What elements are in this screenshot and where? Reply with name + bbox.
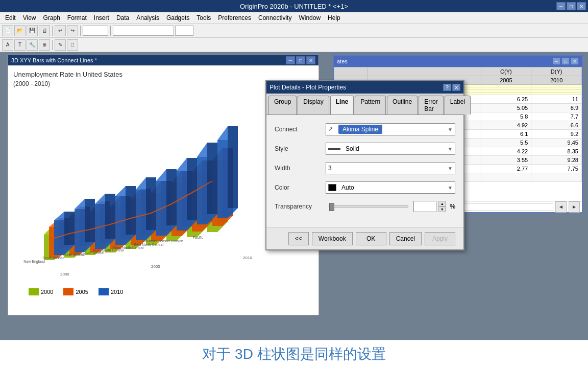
- transparency-row: Transparency 0 ▲ ▼ %: [275, 201, 455, 212]
- sep4: [52, 40, 53, 50]
- cell-dy: 9.45: [531, 139, 582, 147]
- dialog-close-btn[interactable]: ✕: [452, 84, 460, 91]
- graph-close[interactable]: ✕: [306, 56, 315, 64]
- sheet-nav-right[interactable]: ►: [569, 201, 580, 213]
- menu-data[interactable]: Data: [113, 13, 132, 22]
- width-value: 3: [328, 165, 332, 172]
- minimize-button[interactable]: ─: [556, 2, 566, 10]
- cell-dy: 9.2: [531, 130, 582, 139]
- sheet-close[interactable]: ✕: [571, 58, 579, 65]
- svg-marker-98: [187, 158, 197, 220]
- menu-view[interactable]: View: [20, 13, 39, 22]
- ok-button[interactable]: OK: [356, 232, 386, 245]
- tab-errorbar[interactable]: Error Bar: [419, 96, 444, 114]
- spinner-up-btn[interactable]: ▲: [438, 201, 446, 206]
- toolbar-2: A T 🔧 ⊕ ✎ □: [0, 38, 588, 52]
- back-button[interactable]: <<: [288, 232, 309, 245]
- redo-btn[interactable]: ↪: [67, 25, 78, 36]
- spinner-controls: ▲ ▼: [438, 201, 446, 212]
- maximize-button[interactable]: □: [567, 2, 576, 10]
- tool2[interactable]: T: [14, 39, 26, 51]
- width-select[interactable]: 3 ▼: [326, 162, 455, 174]
- svg-marker-102: [207, 143, 217, 214]
- menu-tools[interactable]: Tools: [193, 13, 214, 22]
- menu-analysis[interactable]: Analysis: [133, 13, 162, 22]
- svg-text:South Atlantic: South Atlantic: [42, 256, 64, 260]
- cell-cy: 5.5: [481, 139, 531, 147]
- new-btn[interactable]: 📄: [2, 25, 13, 36]
- legend-2005: 2005: [63, 288, 88, 295]
- tab-line[interactable]: Line: [330, 96, 354, 114]
- menu-connectivity[interactable]: Connectivity: [255, 13, 295, 22]
- legend-color-2010: [99, 288, 109, 295]
- undo-btn[interactable]: ↩: [55, 25, 66, 36]
- spinner-down-btn[interactable]: ▼: [438, 206, 446, 212]
- dialog-help-btn[interactable]: ?: [443, 84, 451, 91]
- svg-text:2005: 2005: [151, 264, 160, 269]
- dialog-tab-bar: Group Display Line Pattern Outline Error…: [266, 94, 463, 115]
- svg-marker-106: [228, 126, 238, 208]
- menu-edit[interactable]: Edit: [2, 13, 19, 22]
- col-dy: D(Y): [531, 67, 582, 76]
- workbook-button[interactable]: Workbook: [312, 232, 353, 245]
- dialog-title-controls: ? ✕: [443, 84, 460, 91]
- legend-color-2005: [63, 288, 74, 295]
- zoom-input[interactable]: 100%: [83, 26, 108, 36]
- connect-select-content: ↗ Akima Spline: [328, 125, 382, 134]
- menu-format[interactable]: Format: [64, 13, 90, 22]
- graph-maximize[interactable]: □: [296, 56, 305, 64]
- cell-dy: 8.9: [531, 104, 582, 112]
- toolbar-1: 📄 📂 💾 🖨 ↩ ↪ 100% Default: Arial 0: [0, 24, 588, 38]
- cancel-button[interactable]: Cancel: [389, 232, 422, 245]
- tab-label[interactable]: Label: [445, 96, 471, 114]
- tool1[interactable]: A: [2, 39, 13, 51]
- tool6[interactable]: □: [67, 39, 78, 51]
- tool5[interactable]: ✎: [55, 39, 66, 51]
- width-control: 3 ▼: [326, 162, 455, 174]
- transparency-slider[interactable]: [329, 205, 408, 208]
- svg-text:East North Central: East North Central: [134, 243, 163, 246]
- transparency-input[interactable]: 0: [413, 201, 436, 212]
- sep2: [80, 26, 81, 36]
- tab-outline[interactable]: Outline: [387, 96, 418, 114]
- width-label: Width: [275, 165, 326, 172]
- sheet-nav-left[interactable]: ◄: [555, 201, 567, 213]
- dialog-title: Plot Details - Plot Properties: [270, 84, 346, 91]
- graph-minimize[interactable]: ─: [286, 56, 295, 64]
- connect-select[interactable]: ↗ Akima Spline ▼: [326, 123, 455, 135]
- cell-dy: 6.6: [531, 121, 582, 130]
- open-btn[interactable]: 📂: [14, 25, 26, 36]
- svg-text:2000: 2000: [60, 272, 69, 277]
- print-btn[interactable]: 🖨: [39, 25, 50, 36]
- menu-insert[interactable]: Insert: [91, 13, 112, 22]
- cell-dy: [531, 173, 582, 182]
- menu-window[interactable]: Window: [296, 13, 324, 22]
- transparency-unit: %: [450, 203, 455, 210]
- style-select[interactable]: Solid ▼: [326, 143, 455, 155]
- tool3[interactable]: 🔧: [27, 39, 38, 51]
- color-label: Color: [275, 184, 326, 191]
- tab-pattern[interactable]: Pattern: [355, 96, 386, 114]
- close-button[interactable]: ✕: [577, 2, 586, 10]
- tool4[interactable]: ⊕: [39, 39, 50, 51]
- graph-title-bar: 3D XYY Bars with Connect Lines * ─ □ ✕: [8, 55, 318, 65]
- color-select[interactable]: Auto ▼: [326, 181, 455, 194]
- menu-preferences[interactable]: Preferences: [215, 13, 254, 22]
- tab-group[interactable]: Group: [268, 96, 297, 114]
- style-value: Solid: [346, 145, 359, 152]
- color-arrow-icon: ▼: [448, 185, 453, 191]
- dialog-footer: << Workbook OK Cancel Apply: [266, 227, 463, 249]
- menu-graph[interactable]: Graph: [40, 13, 63, 22]
- tab-display[interactable]: Display: [298, 96, 329, 114]
- font-input[interactable]: Default: Arial: [113, 26, 174, 36]
- sheet-restore[interactable]: □: [561, 58, 570, 65]
- menu-help[interactable]: Help: [325, 13, 344, 22]
- save-btn[interactable]: 💾: [27, 25, 38, 36]
- cell-dy: 8.35: [531, 147, 582, 156]
- transparency-control: 0 ▲ ▼ %: [326, 201, 455, 212]
- apply-button[interactable]: Apply: [425, 232, 455, 245]
- menu-gadgets[interactable]: Gadgets: [163, 13, 192, 22]
- slider-thumb-icon[interactable]: [329, 203, 334, 211]
- sheet-minimize[interactable]: ─: [552, 58, 560, 65]
- font-size-input[interactable]: 0: [175, 26, 193, 36]
